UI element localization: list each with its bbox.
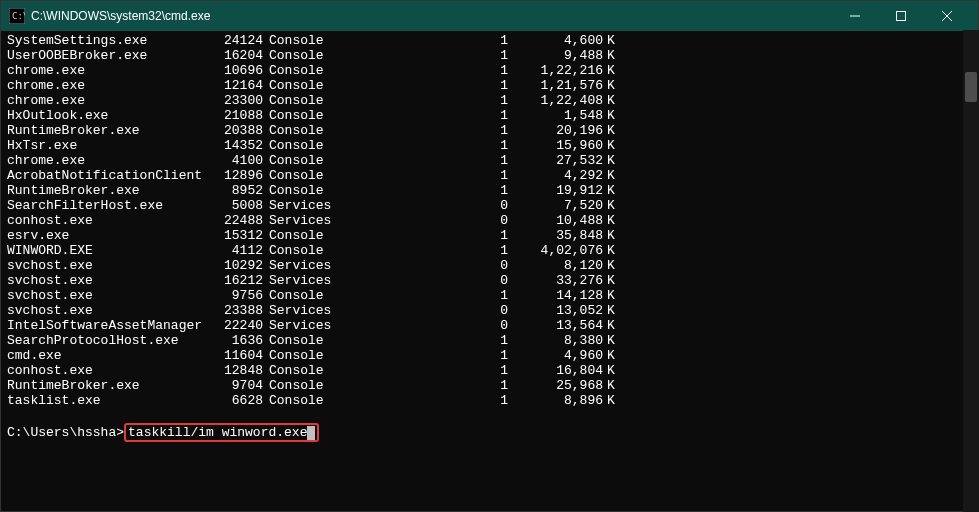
process-session: Services bbox=[263, 198, 338, 213]
process-name: AcrobatNotificationClient bbox=[7, 168, 207, 183]
process-name: conhost.exe bbox=[7, 213, 207, 228]
process-unit: K bbox=[603, 303, 615, 318]
process-row: SystemSettings.exe24124Console14,600K bbox=[7, 33, 972, 48]
process-sessnum: 1 bbox=[338, 243, 508, 258]
scrollbar-thumb[interactable] bbox=[965, 72, 977, 102]
process-pid: 22240 bbox=[207, 318, 263, 333]
process-pid: 16212 bbox=[207, 273, 263, 288]
process-row: esrv.exe15312Console135,848K bbox=[7, 228, 972, 243]
process-sessnum: 0 bbox=[338, 258, 508, 273]
process-name: WINWORD.EXE bbox=[7, 243, 207, 258]
scrollbar-track[interactable] bbox=[963, 30, 979, 512]
process-unit: K bbox=[603, 378, 615, 393]
process-sessnum: 1 bbox=[338, 228, 508, 243]
process-unit: K bbox=[603, 213, 615, 228]
process-unit: K bbox=[603, 288, 615, 303]
process-pid: 12848 bbox=[207, 363, 263, 378]
process-session: Services bbox=[263, 303, 338, 318]
cmd-icon: C:\ bbox=[9, 8, 25, 24]
process-sessnum: 1 bbox=[338, 33, 508, 48]
process-pid: 10696 bbox=[207, 63, 263, 78]
process-row: conhost.exe22488Services010,488K bbox=[7, 213, 972, 228]
process-pid: 20388 bbox=[207, 123, 263, 138]
process-session: Console bbox=[263, 138, 338, 153]
process-mem: 4,960 bbox=[508, 348, 603, 363]
process-mem: 7,520 bbox=[508, 198, 603, 213]
process-sessnum: 1 bbox=[338, 138, 508, 153]
process-sessnum: 0 bbox=[338, 198, 508, 213]
process-name: esrv.exe bbox=[7, 228, 207, 243]
process-unit: K bbox=[603, 138, 615, 153]
process-sessnum: 1 bbox=[338, 363, 508, 378]
process-mem: 13,564 bbox=[508, 318, 603, 333]
process-mem: 14,128 bbox=[508, 288, 603, 303]
process-mem: 8,120 bbox=[508, 258, 603, 273]
process-row: chrome.exe23300Console11,22,408K bbox=[7, 93, 972, 108]
process-row: svchost.exe23388Services013,052K bbox=[7, 303, 972, 318]
process-mem: 35,848 bbox=[508, 228, 603, 243]
process-unit: K bbox=[603, 228, 615, 243]
process-name: RuntimeBroker.exe bbox=[7, 123, 207, 138]
process-pid: 4112 bbox=[207, 243, 263, 258]
process-row: IntelSoftwareAssetManager22240Services01… bbox=[7, 318, 972, 333]
process-sessnum: 1 bbox=[338, 393, 508, 408]
command-text[interactable]: taskkill/im winword.exe bbox=[128, 425, 307, 440]
process-unit: K bbox=[603, 108, 615, 123]
process-row: SearchFilterHost.exe5008Services07,520K bbox=[7, 198, 972, 213]
process-session: Services bbox=[263, 213, 338, 228]
process-name: SearchProtocolHost.exe bbox=[7, 333, 207, 348]
process-name: svchost.exe bbox=[7, 258, 207, 273]
process-session: Console bbox=[263, 243, 338, 258]
close-button[interactable] bbox=[924, 1, 970, 31]
process-row: cmd.exe11604Console14,960K bbox=[7, 348, 972, 363]
process-sessnum: 0 bbox=[338, 273, 508, 288]
process-mem: 25,968 bbox=[508, 378, 603, 393]
process-mem: 9,488 bbox=[508, 48, 603, 63]
minimize-button[interactable] bbox=[832, 1, 878, 31]
process-mem: 19,912 bbox=[508, 183, 603, 198]
process-mem: 8,380 bbox=[508, 333, 603, 348]
process-mem: 15,960 bbox=[508, 138, 603, 153]
process-session: Services bbox=[263, 318, 338, 333]
process-session: Console bbox=[263, 33, 338, 48]
command-highlight: taskkill/im winword.exe bbox=[124, 423, 319, 442]
terminal-content[interactable]: SystemSettings.exe24124Console14,600KUse… bbox=[1, 31, 978, 511]
process-session: Console bbox=[263, 228, 338, 243]
process-pid: 10292 bbox=[207, 258, 263, 273]
process-pid: 8952 bbox=[207, 183, 263, 198]
process-session: Console bbox=[263, 123, 338, 138]
process-unit: K bbox=[603, 48, 615, 63]
process-name: svchost.exe bbox=[7, 273, 207, 288]
maximize-button[interactable] bbox=[878, 1, 924, 31]
process-row: HxOutlook.exe21088Console11,548K bbox=[7, 108, 972, 123]
process-session: Services bbox=[263, 273, 338, 288]
titlebar[interactable]: C:\ C:\WINDOWS\system32\cmd.exe bbox=[1, 1, 978, 31]
process-pid: 16204 bbox=[207, 48, 263, 63]
process-row: svchost.exe10292Services08,120K bbox=[7, 258, 972, 273]
process-session: Console bbox=[263, 288, 338, 303]
process-session: Console bbox=[263, 168, 338, 183]
process-session: Console bbox=[263, 93, 338, 108]
process-mem: 27,532 bbox=[508, 153, 603, 168]
process-sessnum: 0 bbox=[338, 213, 508, 228]
process-row: RuntimeBroker.exe20388Console120,196K bbox=[7, 123, 972, 138]
process-pid: 14352 bbox=[207, 138, 263, 153]
process-unit: K bbox=[603, 273, 615, 288]
process-session: Console bbox=[263, 183, 338, 198]
process-row: WINWORD.EXE4112Console14,02,076K bbox=[7, 243, 972, 258]
process-mem: 1,22,216 bbox=[508, 63, 603, 78]
process-pid: 24124 bbox=[207, 33, 263, 48]
process-pid: 5008 bbox=[207, 198, 263, 213]
process-row: svchost.exe9756Console114,128K bbox=[7, 288, 972, 303]
process-sessnum: 1 bbox=[338, 378, 508, 393]
process-row: chrome.exe4100Console127,532K bbox=[7, 153, 972, 168]
process-unit: K bbox=[603, 258, 615, 273]
titlebar-buttons bbox=[832, 1, 970, 31]
process-unit: K bbox=[603, 33, 615, 48]
process-name: chrome.exe bbox=[7, 63, 207, 78]
process-mem: 10,488 bbox=[508, 213, 603, 228]
process-session: Console bbox=[263, 63, 338, 78]
process-unit: K bbox=[603, 123, 615, 138]
process-sessnum: 1 bbox=[338, 93, 508, 108]
process-unit: K bbox=[603, 393, 615, 408]
